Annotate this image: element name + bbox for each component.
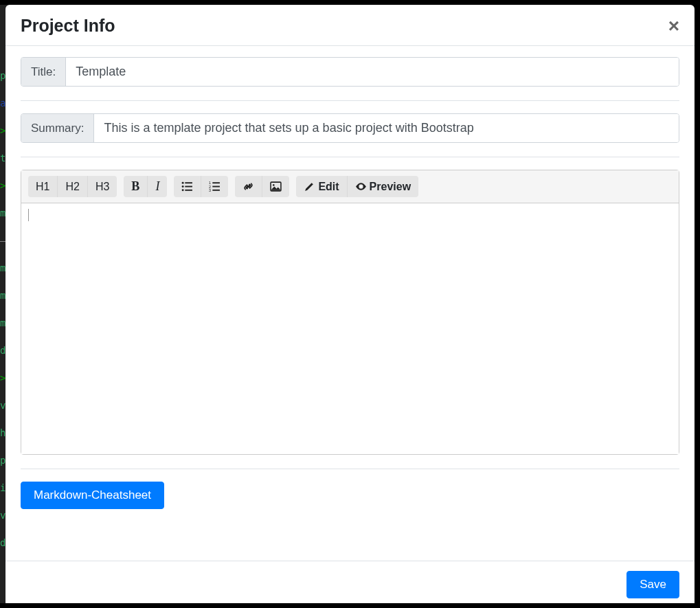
h3-button[interactable]: H3 (87, 176, 117, 197)
style-group: B I (124, 176, 167, 197)
summary-label: Summary: (21, 114, 94, 142)
edit-label: Edit (318, 181, 339, 193)
list-ul-icon (181, 181, 193, 192)
svg-rect-9 (213, 186, 221, 188)
heading-group: H1 H2 H3 (28, 176, 117, 197)
svg-point-13 (273, 184, 275, 186)
image-icon (270, 181, 282, 192)
svg-text:3: 3 (209, 188, 211, 192)
svg-rect-5 (185, 190, 193, 191)
image-button[interactable] (262, 176, 289, 197)
list-group: 123 (174, 176, 228, 197)
preview-button[interactable]: Preview (347, 176, 418, 197)
modal-title: Project Info (21, 16, 115, 36)
italic-button[interactable]: I (147, 176, 167, 197)
svg-point-2 (182, 185, 184, 188)
svg-rect-1 (185, 182, 193, 183)
h1-button[interactable]: H1 (28, 176, 57, 197)
project-info-modal: Project Info × Title: Summary: H1 H2 H3 (5, 5, 695, 608)
numbered-list-button[interactable]: 123 (201, 176, 228, 197)
svg-rect-7 (213, 182, 221, 183)
list-ol-icon: 123 (209, 181, 221, 192)
eye-icon (355, 181, 367, 192)
link-button[interactable] (235, 176, 262, 197)
svg-rect-3 (185, 186, 193, 188)
svg-point-4 (182, 189, 184, 191)
summary-input-group: Summary: (21, 113, 679, 143)
edit-button[interactable]: Edit (296, 176, 346, 197)
separator (21, 100, 679, 101)
close-button[interactable]: × (668, 16, 679, 36)
svg-rect-11 (213, 190, 221, 191)
modal-header: Project Info × (5, 5, 695, 46)
pencil-icon (304, 181, 315, 192)
bullet-list-button[interactable] (174, 176, 201, 197)
view-group: Edit Preview (296, 176, 418, 197)
summary-input[interactable] (94, 114, 679, 142)
editor-toolbar: H1 H2 H3 B I 123 (21, 170, 679, 203)
preview-label: Preview (370, 181, 411, 193)
close-icon: × (668, 15, 679, 36)
window-top-strip (0, 0, 700, 5)
title-label: Title: (21, 58, 66, 86)
window-bottom-strip (0, 603, 700, 608)
markdown-editor: H1 H2 H3 B I 123 (21, 170, 679, 455)
svg-point-14 (360, 185, 362, 188)
modal-body: Title: Summary: H1 H2 H3 B I (5, 46, 695, 561)
editor-textarea-wrap (21, 203, 679, 454)
link-icon (242, 181, 254, 192)
insert-group (235, 176, 289, 197)
title-input[interactable] (66, 58, 679, 86)
h2-button[interactable]: H2 (57, 176, 87, 197)
title-input-group: Title: (21, 57, 679, 87)
svg-point-0 (182, 182, 184, 184)
separator (21, 157, 679, 157)
bold-button[interactable]: B (124, 176, 147, 197)
